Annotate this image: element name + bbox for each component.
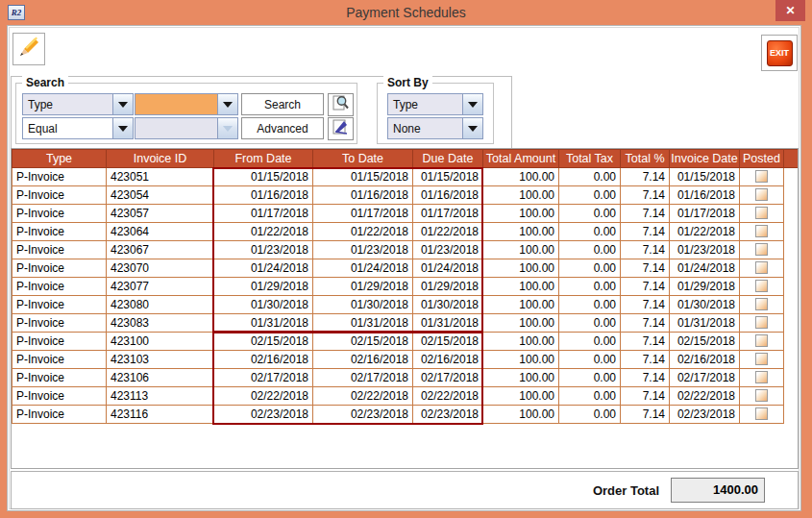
table-row[interactable]: P-Invoice42305701/17/201801/17/201801/17… [12,205,799,223]
sortby-groupbox: Sort By Type None [377,83,494,144]
posted-checkbox[interactable] [755,407,768,420]
table-row[interactable]: P-Invoice42310002/15/201802/15/201802/15… [12,333,799,351]
posted-checkbox[interactable] [755,389,768,402]
cell-type: P-Invoice [12,387,107,406]
column-header-filler [784,150,799,168]
edit-button[interactable] [12,33,45,65]
table-row[interactable]: P-Invoice42311602/23/201802/23/201802/23… [12,406,799,424]
magnifier-document-icon [332,94,350,116]
cell-type: P-Invoice [12,259,107,278]
cell-filler [784,278,799,296]
cell-from-date: 02/17/2018 [214,369,313,387]
posted-checkbox[interactable] [755,188,768,201]
cell-invoice-date: 01/22/2018 [670,223,740,241]
posted-checkbox[interactable] [755,371,768,383]
column-header-to-date[interactable]: To Date [313,150,413,168]
cell-to-date: 01/31/2018 [313,314,413,333]
table-row[interactable]: P-Invoice42308301/31/201801/31/201801/31… [12,314,799,333]
table-row[interactable]: P-Invoice42310302/16/201802/16/201802/16… [12,351,799,369]
footer-panel: Order Total 1400.00 [11,471,799,509]
sort-primary-select[interactable]: Type [387,93,483,115]
sort-secondary-select[interactable]: None [387,117,483,139]
column-header-total-tax[interactable]: Total Tax [559,150,621,168]
cell-due-date: 01/31/2018 [413,314,483,333]
column-header-posted[interactable]: Posted [740,150,784,168]
posted-checkbox[interactable] [755,170,768,183]
chevron-down-icon[interactable] [112,118,133,138]
chevron-down-icon[interactable] [217,94,237,114]
table-row[interactable]: P-Invoice42305401/16/201801/16/201801/16… [12,186,799,205]
search-operator-select[interactable]: Equal [22,117,134,139]
chevron-down-icon[interactable] [462,94,482,114]
cell-total-tax: 0.00 [559,186,621,205]
cell-total-amount: 100.00 [483,186,559,205]
posted-checkbox[interactable] [755,207,768,219]
exit-icon: EXIT [767,40,793,66]
posted-checkbox[interactable] [755,334,768,347]
column-header-from-date[interactable]: From Date [214,150,313,168]
cell-type: P-Invoice [12,296,107,314]
chevron-down-icon[interactable] [462,118,482,138]
cell-type: P-Invoice [12,314,107,333]
search-value-field [135,94,217,114]
exit-button[interactable]: EXIT [761,35,798,71]
cell-total-pct: 7.14 [621,369,670,387]
cell-type: P-Invoice [12,168,107,186]
column-header-total-amount[interactable]: Total Amount [483,150,559,168]
search-groupbox: Search Type Search [15,83,357,144]
close-button[interactable]: ✕ [775,0,805,21]
posted-checkbox[interactable] [755,298,768,310]
cell-posted [740,259,784,278]
chevron-down-icon [217,118,237,138]
content-panel: EXIT Search Type Search [7,25,801,511]
column-header-invoice-id[interactable]: Invoice ID [107,150,214,168]
cell-type: P-Invoice [12,369,107,387]
column-header-due-date[interactable]: Due Date [413,150,483,168]
quick-search-button[interactable] [328,93,354,116]
sortby-group-label: Sort By [383,76,432,89]
filter-panel: Search Type Search [11,76,512,149]
search-value-select[interactable] [135,93,238,115]
cell-to-date: 02/23/2018 [313,406,413,424]
column-header-total-[interactable]: Total % [621,150,670,168]
cell-to-date: 01/24/2018 [313,259,413,278]
cell-filler [784,333,799,351]
search-operator-value-select[interactable] [135,117,238,139]
posted-checkbox[interactable] [755,280,768,292]
table-row[interactable]: P-Invoice42307701/29/201801/29/201801/29… [12,278,799,296]
advanced-search-button[interactable] [328,117,354,140]
payment-schedules-window: R2 Payment Schedules ✕ EXIT Search [0,0,812,518]
cell-invoice-id: 423070 [107,259,214,278]
cell-from-date: 01/17/2018 [214,205,313,223]
table-row[interactable]: P-Invoice42310602/17/201802/17/201802/17… [12,369,799,387]
column-header-type[interactable]: Type [12,150,107,168]
cell-invoice-date: 02/17/2018 [670,369,740,387]
cell-from-date: 02/16/2018 [214,351,313,369]
posted-checkbox[interactable] [755,316,768,329]
advanced-search-icon [332,118,350,140]
sort-primary-value: Type [388,94,462,114]
cell-type: P-Invoice [12,205,107,223]
column-header-invoice-date[interactable]: Invoice Date [670,150,740,168]
advanced-button[interactable]: Advanced [241,117,324,139]
cell-total-amount: 100.00 [483,241,559,259]
posted-checkbox[interactable] [755,243,768,256]
cell-filler [784,223,799,241]
table-row[interactable]: P-Invoice42307001/24/201801/24/201801/24… [12,259,799,278]
table-row[interactable]: P-Invoice42308001/30/201801/30/201801/30… [12,296,799,314]
table-row[interactable]: P-Invoice42306701/23/201801/23/201801/23… [12,241,799,259]
table-row[interactable]: P-Invoice42311302/22/201802/22/201802/22… [12,387,799,406]
cell-to-date: 01/15/2018 [313,168,413,186]
cell-invoice-date: 02/16/2018 [670,351,740,369]
cell-invoice-date: 01/23/2018 [670,241,740,259]
posted-checkbox[interactable] [755,225,768,237]
table-row[interactable]: P-Invoice42305101/15/201801/15/201801/15… [12,168,799,186]
cell-total-pct: 7.14 [621,387,670,406]
cell-invoice-id: 423103 [107,351,214,369]
search-button[interactable]: Search [241,93,324,115]
search-field-select[interactable]: Type [22,93,134,115]
table-row[interactable]: P-Invoice42306401/22/201801/22/201801/22… [12,223,799,241]
posted-checkbox[interactable] [755,261,768,274]
posted-checkbox[interactable] [755,353,768,365]
chevron-down-icon[interactable] [112,94,133,114]
